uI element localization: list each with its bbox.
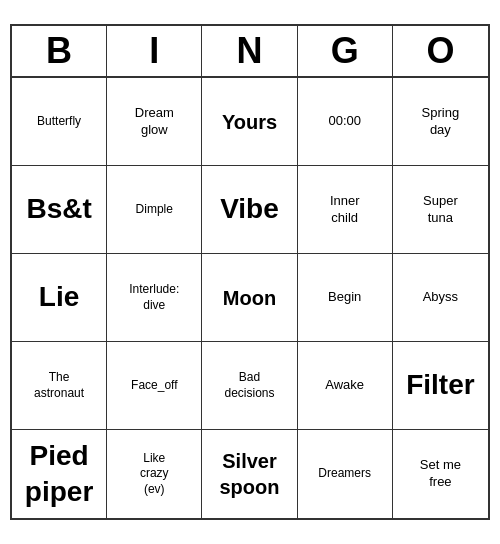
bingo-cell[interactable]: Dreamers [298, 430, 393, 518]
bingo-cell[interactable]: Moon [202, 254, 297, 342]
bingo-cell[interactable]: Begin [298, 254, 393, 342]
bingo-cell[interactable]: Supertuna [393, 166, 488, 254]
cell-label: Moon [223, 285, 276, 311]
bingo-card: BINGO ButterflyDreamglowYours00:00Spring… [10, 24, 490, 520]
cell-label: Begin [328, 289, 361, 306]
cell-label: Filter [406, 367, 474, 403]
bingo-cell[interactable]: Theastronaut [12, 342, 107, 430]
bingo-cell[interactable]: Yours [202, 78, 297, 166]
cell-label: Vibe [220, 191, 279, 227]
bingo-cell[interactable]: Bs&t [12, 166, 107, 254]
cell-label: Set mefree [420, 457, 461, 491]
cell-label: Dimple [136, 202, 173, 218]
cell-label: Face_off [131, 378, 177, 394]
bingo-cell[interactable]: Vibe [202, 166, 297, 254]
bingo-cell[interactable]: Set mefree [393, 430, 488, 518]
cell-label: Butterfly [37, 114, 81, 130]
bingo-grid: ButterflyDreamglowYours00:00SpringdayBs&… [12, 78, 488, 518]
bingo-cell[interactable]: Dreamglow [107, 78, 202, 166]
bingo-cell[interactable]: Likecrazy(ev) [107, 430, 202, 518]
cell-label: Dreamers [318, 466, 371, 482]
cell-label: Likecrazy(ev) [140, 451, 169, 498]
header-letter: G [298, 26, 393, 76]
header-letter: N [202, 26, 297, 76]
cell-label: Baddecisions [224, 370, 274, 401]
header-letter: B [12, 26, 107, 76]
bingo-cell[interactable]: Interlude:dive [107, 254, 202, 342]
bingo-cell[interactable]: Silverspoon [202, 430, 297, 518]
cell-label: Dreamglow [135, 105, 174, 139]
bingo-cell[interactable]: Awake [298, 342, 393, 430]
header-letter: I [107, 26, 202, 76]
bingo-cell[interactable]: Face_off [107, 342, 202, 430]
cell-label: Piedpiper [25, 438, 93, 511]
cell-label: Springday [422, 105, 460, 139]
cell-label: Abyss [423, 289, 458, 306]
bingo-cell[interactable]: Piedpiper [12, 430, 107, 518]
cell-label: Innerchild [330, 193, 360, 227]
bingo-cell[interactable]: Dimple [107, 166, 202, 254]
cell-label: Yours [222, 109, 277, 135]
cell-label: Theastronaut [34, 370, 84, 401]
bingo-cell[interactable]: Baddecisions [202, 342, 297, 430]
bingo-cell[interactable]: 00:00 [298, 78, 393, 166]
bingo-cell[interactable]: Springday [393, 78, 488, 166]
bingo-header: BINGO [12, 26, 488, 78]
bingo-cell[interactable]: Butterfly [12, 78, 107, 166]
cell-label: Bs&t [26, 191, 91, 227]
cell-label: Supertuna [423, 193, 458, 227]
cell-label: Interlude:dive [129, 282, 179, 313]
cell-label: Awake [325, 377, 364, 394]
bingo-cell[interactable]: Abyss [393, 254, 488, 342]
cell-label: Silverspoon [219, 448, 279, 500]
bingo-cell[interactable]: Innerchild [298, 166, 393, 254]
bingo-cell[interactable]: Filter [393, 342, 488, 430]
cell-label: 00:00 [328, 113, 361, 130]
bingo-cell[interactable]: Lie [12, 254, 107, 342]
header-letter: O [393, 26, 488, 76]
cell-label: Lie [39, 279, 79, 315]
